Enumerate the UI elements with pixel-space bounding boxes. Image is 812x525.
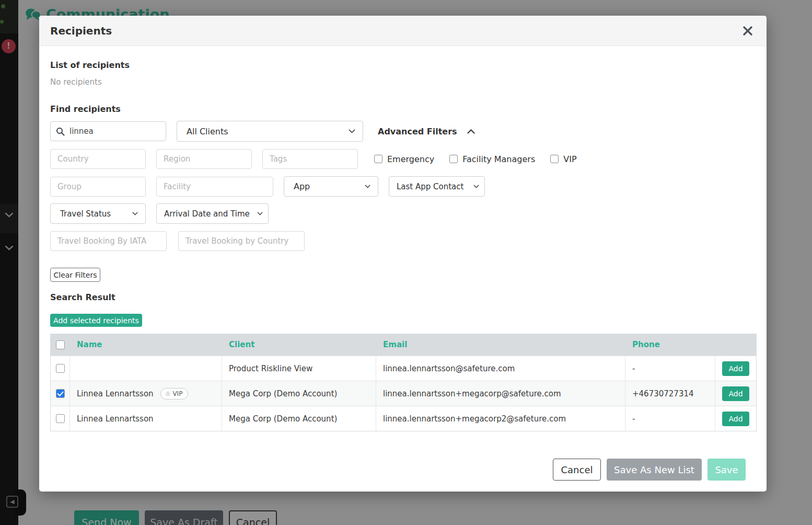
last-app-contact-value: Last App Contact [397, 182, 463, 191]
find-recipients-heading: Find recipients [50, 104, 756, 114]
row-client: Mega Corp (Demo Account) [222, 406, 376, 431]
save-button[interactable]: Save [707, 459, 746, 481]
advanced-filters-label: Advanced Filters [378, 127, 457, 136]
row-name: Linnea Lennartsson [77, 414, 154, 424]
chevron-down-icon [365, 185, 370, 188]
country-input[interactable] [50, 149, 146, 169]
emergency-label: Emergency [387, 154, 434, 164]
row-phone: - [625, 356, 715, 381]
chevron-down-icon [257, 212, 263, 215]
app-select[interactable]: App [284, 176, 378, 197]
find-row-org: App Last App Contact [50, 176, 756, 197]
select-all-checkbox[interactable] [56, 340, 65, 349]
row-checkbox[interactable] [56, 414, 65, 423]
search-result-heading: Search Result [50, 292, 756, 302]
row-client: Mega Corp (Demo Account) [222, 381, 376, 406]
chevron-down-icon [473, 185, 479, 188]
save-as-new-list-button[interactable]: Save As New List [607, 459, 702, 481]
column-header-name: Name [70, 334, 222, 356]
client-select[interactable]: All Clients [177, 121, 363, 142]
last-app-contact-select[interactable]: Last App Contact [389, 176, 485, 197]
emergency-checkbox[interactable]: Emergency [374, 154, 434, 164]
chevron-down-icon [132, 212, 138, 215]
add-selected-recipients-button[interactable]: Add selected recipients [50, 314, 142, 327]
column-header-phone: Phone [625, 334, 715, 356]
vip-checkbox[interactable]: VIP [550, 154, 576, 164]
travel-status-select[interactable]: Travel Status [50, 203, 146, 224]
add-button[interactable]: Add [722, 412, 749, 426]
find-row-booking [50, 231, 756, 251]
client-select-value: All Clients [187, 127, 228, 136]
vip-badge: ☆VIP [160, 388, 189, 400]
star-icon: ☆ [165, 390, 171, 397]
table-row: Linnea Lennartsson Mega Corp (Demo Accou… [51, 406, 756, 431]
clear-filters-button[interactable]: Clear Filters [50, 268, 100, 282]
table-header: Name Client Email Phone [51, 334, 756, 356]
find-row-location: Emergency Facility Managers VIP [50, 149, 756, 169]
table-row: Product Riskline View linnea.lennartsson… [51, 356, 756, 381]
recipients-modal: Recipients List of recipients No recipie… [39, 16, 767, 492]
arrival-date-select[interactable]: Arrival Date and Time [156, 203, 269, 224]
row-checkbox[interactable] [56, 364, 65, 373]
results-table: Name Client Email Phone Product Riskline… [50, 334, 757, 431]
row-checkbox[interactable] [56, 389, 65, 398]
travel-booking-iata-input[interactable] [50, 231, 167, 251]
facility-managers-checkbox[interactable]: Facility Managers [449, 154, 535, 164]
checkbox-icon [449, 155, 458, 163]
chevron-up-icon [467, 129, 475, 134]
find-row-search: All Clients Advanced Filters [50, 121, 756, 142]
modal-header: Recipients [39, 16, 767, 46]
search-input[interactable] [69, 127, 148, 136]
row-email: linnea.lennartsson+megacorp@safeture.com [376, 381, 625, 406]
arrival-date-value: Arrival Date and Time [164, 209, 250, 219]
advanced-filters-toggle[interactable]: Advanced Filters [378, 127, 475, 136]
facility-input[interactable] [156, 177, 273, 197]
vip-label: VIP [563, 154, 576, 164]
modal-footer: Cancel Save As New List Save [50, 459, 756, 492]
search-box[interactable] [50, 121, 166, 141]
modal-body: List of recipients No recipients Find re… [39, 46, 767, 492]
column-header-email: Email [376, 334, 625, 356]
tags-input[interactable] [262, 149, 358, 169]
close-icon[interactable] [743, 26, 753, 36]
search-icon [56, 127, 65, 136]
table-row: Linnea Lennartsson ☆VIP Mega Corp (Demo … [51, 381, 756, 406]
checkbox-icon [550, 155, 559, 163]
filter-checkbox-group: Emergency Facility Managers VIP [374, 154, 577, 164]
group-input[interactable] [50, 177, 146, 197]
row-phone: +46730727314 [625, 381, 715, 406]
app-select-value: App [294, 181, 310, 191]
row-client: Product Riskline View [222, 356, 376, 381]
list-of-recipients-heading: List of recipients [50, 60, 756, 70]
region-input[interactable] [156, 149, 252, 169]
chevron-down-icon [349, 129, 355, 133]
row-phone: - [625, 406, 715, 431]
row-email: linnea.lennartsson@safeture.com [376, 356, 625, 381]
checkbox-icon [374, 155, 382, 163]
cancel-button[interactable]: Cancel [553, 459, 601, 481]
find-row-travel: Travel Status Arrival Date and Time [50, 203, 756, 224]
travel-status-value: Travel Status [60, 209, 111, 219]
travel-booking-country-input[interactable] [178, 231, 305, 251]
add-button[interactable]: Add [722, 386, 749, 401]
modal-title: Recipients [50, 25, 112, 37]
row-name: Linnea Lennartsson [77, 389, 154, 398]
add-button[interactable]: Add [722, 361, 749, 376]
column-header-client: Client [222, 334, 376, 356]
no-recipients-text: No recipients [50, 77, 756, 87]
facility-managers-label: Facility Managers [462, 154, 535, 164]
row-email: linnea.lennartsson+megacorp2@safeture.co… [376, 406, 625, 431]
